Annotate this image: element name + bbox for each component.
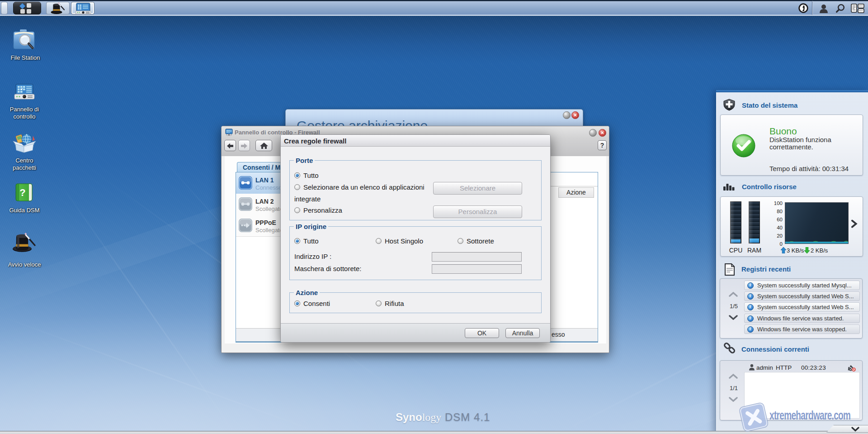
svg-text:?: ? bbox=[19, 187, 25, 198]
